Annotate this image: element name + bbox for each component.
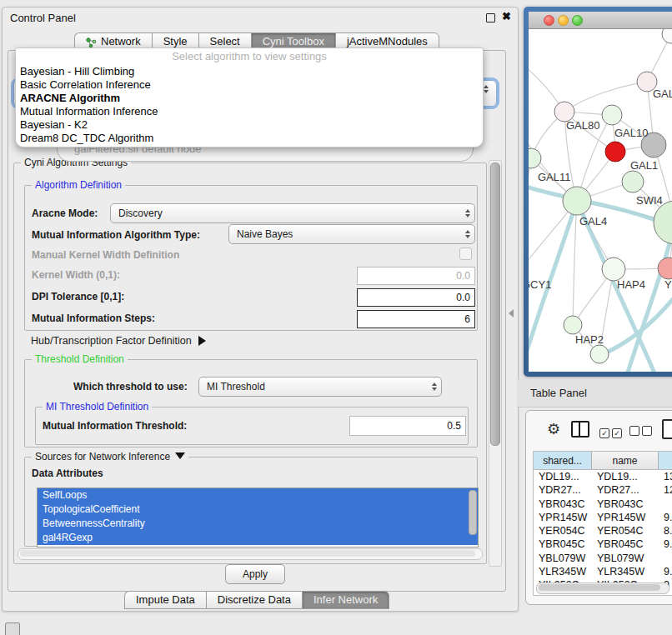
network-node[interactable] xyxy=(662,29,672,43)
table-cell[interactable]: YBR045C xyxy=(592,538,659,551)
column-header-name[interactable]: name xyxy=(592,452,659,469)
mi-threshold-definition-group: MI Threshold Definition Mutual Informati… xyxy=(35,407,469,445)
algorithm-item-mutual-information-inference[interactable]: Mutual Information Inference xyxy=(16,105,483,118)
float-window-icon[interactable] xyxy=(486,13,495,22)
network-node-gal4[interactable] xyxy=(563,187,591,215)
network-node[interactable] xyxy=(654,201,672,244)
network-node[interactable] xyxy=(590,345,609,363)
table-cell[interactable]: YER054C xyxy=(534,524,592,538)
algorithm-item-dream8-dc-tdc-algorithm[interactable]: Dream8 DC_TDC Algorithm xyxy=(16,132,483,145)
table-cell[interactable]: 9. xyxy=(659,565,672,578)
table-cell[interactable]: YBR043C xyxy=(534,498,592,511)
algorithm-item-aracne-algorithm[interactable]: ARACNE Algorithm xyxy=(16,92,483,105)
window-minimize-icon[interactable] xyxy=(558,15,569,26)
attribute-item-gal4rgexp[interactable]: gal4RGexp xyxy=(38,531,478,545)
table-row[interactable]: YBR045CYBR045C9. xyxy=(534,538,672,551)
attribute-item-selfloops[interactable]: SelfLoops xyxy=(38,488,478,502)
settings-horizontal-scrollbar xyxy=(18,548,483,560)
table-row[interactable]: YER054CYER054C8. xyxy=(534,524,672,538)
minimized-panel-icon[interactable] xyxy=(5,622,20,635)
settings-hscroll-thumb[interactable] xyxy=(20,550,475,557)
tab-infer-network[interactable]: Infer Network xyxy=(302,591,389,609)
threshold-definition-title: Threshold Definition xyxy=(32,353,128,365)
table-cell[interactable]: YDR27... xyxy=(592,483,659,497)
close-panel-icon[interactable]: ✖ xyxy=(502,10,511,22)
table-cell[interactable]: YDL19... xyxy=(534,470,592,483)
table-cell[interactable]: 8. xyxy=(659,524,672,538)
deselect-all-columns-icon-button[interactable] xyxy=(629,424,654,439)
network-node-gal10[interactable] xyxy=(602,105,622,125)
window-close-icon[interactable] xyxy=(544,15,554,26)
table-icon-button[interactable] xyxy=(662,419,672,439)
network-canvas[interactable]: GALGAL80GAL10GAL1GAL11SWI4GAL4GCY1HAP4YH… xyxy=(529,29,672,372)
network-node-hap2[interactable] xyxy=(564,316,582,334)
network-node-gal1[interactable] xyxy=(605,142,625,162)
select-all-columns-icon-button[interactable]: ✓✓ xyxy=(599,424,624,439)
table-hscroll-thumb[interactable] xyxy=(539,584,660,591)
kernel-width-field[interactable] xyxy=(357,267,475,285)
table-row[interactable]: YDL19...YDL19...13 xyxy=(534,470,672,483)
table-cell[interactable]: YBL079W xyxy=(592,552,659,565)
settings-vertical-scrollbar xyxy=(489,160,502,567)
table-cell[interactable]: YPR145W xyxy=(592,511,659,524)
algorithm-item-bayesian-k2[interactable]: Bayesian - K2 xyxy=(16,118,483,132)
tab-impute-data[interactable]: Impute Data xyxy=(124,591,206,609)
apply-button[interactable]: Apply xyxy=(225,564,285,584)
table-cell[interactable]: YLR345W xyxy=(592,565,659,578)
table-icon xyxy=(662,419,672,439)
which-threshold-combobox[interactable]: MI Threshold xyxy=(198,377,442,397)
mi-type-combobox[interactable]: Naive Bayes xyxy=(228,224,475,244)
table-cell[interactable]: YBR043C xyxy=(592,498,659,511)
list-scrollbar-thumb[interactable] xyxy=(469,490,477,535)
mi-threshold-field[interactable] xyxy=(349,416,466,436)
table-panel-title: Table Panel xyxy=(530,387,587,399)
table-cell[interactable]: YBR045C xyxy=(534,538,592,551)
tab-discretize-data[interactable]: Discretize Data xyxy=(206,591,302,609)
table-cell[interactable]: YDR27... xyxy=(534,483,592,497)
network-node-swi4[interactable] xyxy=(622,171,644,192)
hub-tf-section-toggle[interactable]: Hub/Transcription Factor Definition xyxy=(31,335,206,347)
table-cell[interactable]: 9. xyxy=(659,538,672,551)
column-header-shared[interactable]: shared... xyxy=(534,452,592,469)
table-cell[interactable]: YLR345W xyxy=(534,565,592,578)
attribute-item-betweennesscentrality[interactable]: BetweennessCentrality xyxy=(38,517,478,531)
node-label-gal: GAL xyxy=(653,88,672,100)
table-cell[interactable] xyxy=(659,498,672,511)
table-cell[interactable]: 13 xyxy=(659,470,672,483)
network-node-gal11[interactable] xyxy=(529,148,541,168)
algorithm-item-bayesian-hill-climbing[interactable]: Bayesian - Hill Climbing xyxy=(16,65,483,78)
splitter-collapse-arrow-icon[interactable] xyxy=(509,309,514,318)
table-cell[interactable]: YBL079W xyxy=(534,552,592,565)
settings-gear-icon-button[interactable]: ⚙ xyxy=(547,421,560,438)
table-row[interactable]: YLR345WYLR345W9. xyxy=(534,565,672,578)
algorithm-item-basic-correlation-inference[interactable]: Basic Correlation Inference xyxy=(16,78,483,92)
algorithm-definition-group: Algorithm Definition Aracne Mode: Discov… xyxy=(24,185,478,331)
column-header-clipped[interactable] xyxy=(659,452,672,469)
mi-steps-field[interactable] xyxy=(357,310,475,328)
node-label-hap2: HAP2 xyxy=(575,333,604,346)
mi-threshold-label: Mutual Information Threshold: xyxy=(43,420,187,432)
table-cell[interactable]: YER054C xyxy=(592,524,659,538)
network-node-hap4[interactable] xyxy=(602,258,625,281)
table-cell[interactable] xyxy=(659,552,672,565)
table-cell[interactable]: YDL19... xyxy=(592,470,659,483)
settings-vscroll-thumb[interactable] xyxy=(490,162,500,446)
table-panel-header: Table Panel xyxy=(517,379,672,408)
sources-title-label: Sources for Network Inference xyxy=(35,451,170,462)
sources-title-toggle[interactable]: Sources for Network Inference xyxy=(32,451,188,462)
split-panel-icon-button[interactable] xyxy=(571,421,589,438)
algorithm-dropdown-popup: Select algorithm to view settings Bayesi… xyxy=(15,48,484,148)
table-row[interactable]: YPR145WYPR145W9. xyxy=(534,511,672,524)
table-row[interactable]: YDR27...YDR27...12 xyxy=(534,483,672,497)
table-cell[interactable]: 9. xyxy=(659,511,672,524)
table-cell[interactable]: YPR145W xyxy=(534,511,592,524)
node-label-gal80: GAL80 xyxy=(566,119,599,132)
aracne-mode-combobox[interactable]: Discovery xyxy=(110,203,475,223)
manual-kernel-checkbox[interactable] xyxy=(459,248,472,260)
table-row[interactable]: YBL079WYBL079W xyxy=(534,552,672,565)
attribute-item-topologicalcoefficient[interactable]: TopologicalCoefficient xyxy=(38,502,478,517)
table-cell[interactable]: 12 xyxy=(659,483,672,497)
dpi-tolerance-field[interactable] xyxy=(357,288,475,307)
window-zoom-icon[interactable] xyxy=(572,15,583,26)
table-row[interactable]: YBR043CYBR043C xyxy=(534,498,672,511)
